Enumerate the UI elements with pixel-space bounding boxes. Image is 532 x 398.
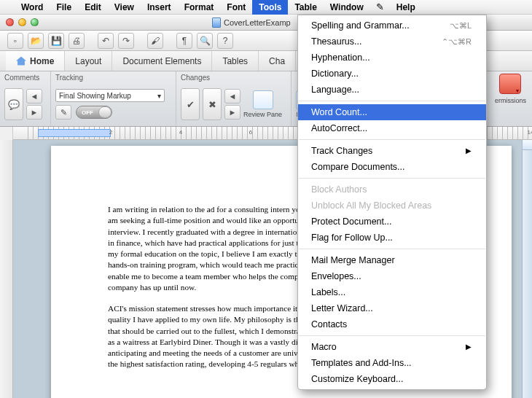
- next-comment-button[interactable]: ►: [26, 105, 42, 120]
- save-button[interactable]: 💾: [48, 33, 64, 49]
- tab-selector[interactable]: [0, 127, 13, 140]
- document-title: CoverLetterExamp: [224, 18, 291, 27]
- track-changes-switch[interactable]: OFF: [76, 106, 112, 119]
- menu-envelopes[interactable]: Envelopes...: [298, 268, 486, 284]
- text-input-menu-icon[interactable]: ✎: [370, 1, 390, 12]
- zoom-window-button[interactable]: [31, 18, 39, 26]
- home-icon: [16, 57, 26, 66]
- menu-protect-document[interactable]: Protect Document...: [298, 214, 486, 230]
- menu-block-authors: Block Authors: [298, 182, 486, 198]
- undo-button[interactable]: ↶: [98, 33, 114, 49]
- menu-contacts[interactable]: Contacts: [298, 316, 486, 332]
- prev-comment-button[interactable]: ◄: [26, 89, 42, 104]
- group-changes-label: Changes: [181, 74, 286, 82]
- new-doc-button[interactable]: ▫: [7, 33, 23, 49]
- prev-change-button[interactable]: ◄: [224, 89, 240, 104]
- tab-charts[interactable]: Cha: [259, 51, 296, 71]
- menu-unblock-areas: Unblock All My Blocked Areas: [298, 198, 486, 214]
- tools-menu: Spelling and Grammar...⌥⌘L Thesaurus...⌃…: [297, 15, 487, 390]
- menu-language[interactable]: Language...: [298, 82, 486, 98]
- print-button[interactable]: 🖨: [69, 33, 85, 49]
- mac-menubar: Word File Edit View Insert Format Font T…: [0, 0, 532, 15]
- menu-edit[interactable]: Edit: [78, 0, 108, 15]
- menu-word[interactable]: Word: [15, 0, 50, 15]
- menu-customize-keyboard[interactable]: Customize Keyboard...: [298, 371, 486, 387]
- menu-spelling-grammar[interactable]: Spelling and Grammar...⌥⌘L: [298, 17, 486, 34]
- format-painter-button[interactable]: 🖌: [147, 33, 163, 49]
- tracking-display-dropdown[interactable]: Final Showing Markup▾: [55, 89, 165, 102]
- accept-change-button[interactable]: ✔: [181, 88, 200, 120]
- tab-document-elements[interactable]: Document Elements: [112, 51, 212, 71]
- menu-word-count[interactable]: Word Count...: [298, 104, 486, 120]
- help-button[interactable]: ?: [217, 33, 233, 49]
- menu-autocorrect[interactable]: AutoCorrect...: [298, 120, 486, 136]
- menu-format[interactable]: Format: [178, 0, 221, 15]
- show-formatting-button[interactable]: ¶: [176, 33, 192, 49]
- menu-file[interactable]: File: [50, 0, 78, 15]
- next-change-button[interactable]: ►: [224, 105, 240, 120]
- close-window-button[interactable]: [6, 18, 14, 26]
- menu-help[interactable]: Help: [390, 0, 422, 15]
- menu-thesaurus[interactable]: Thesaurus...⌃⌥⌘R: [298, 34, 486, 50]
- permissions-button[interactable]: [499, 74, 521, 94]
- menu-compare-documents[interactable]: Compare Documents...: [298, 159, 486, 175]
- track-changes-toggle-icon[interactable]: ✎: [55, 105, 71, 120]
- tab-tables[interactable]: Tables: [212, 51, 259, 71]
- menu-labels[interactable]: Labels...: [298, 284, 486, 300]
- scroll-up-arrow[interactable]: [523, 140, 532, 150]
- menu-letter-wizard[interactable]: Letter Wizard...: [298, 300, 486, 316]
- vertical-scrollbar[interactable]: [522, 140, 532, 398]
- redo-button[interactable]: ↷: [118, 33, 134, 49]
- tab-home[interactable]: Home: [6, 51, 65, 71]
- zoom-button[interactable]: 🔍: [197, 33, 213, 49]
- menu-mail-merge[interactable]: Mail Merge Manager: [298, 252, 486, 268]
- new-comment-button[interactable]: 💬: [4, 88, 23, 120]
- tab-layout[interactable]: Layout: [65, 51, 112, 71]
- document-icon: [212, 17, 221, 28]
- menu-dictionary[interactable]: Dictionary...: [298, 66, 486, 82]
- menu-tools[interactable]: Tools: [252, 0, 288, 15]
- menu-track-changes[interactable]: Track Changes▶: [298, 143, 486, 159]
- menu-flag-followup[interactable]: Flag for Follow Up...: [298, 230, 486, 246]
- menu-font[interactable]: Font: [220, 0, 252, 15]
- menu-macro[interactable]: Macro▶: [298, 339, 486, 355]
- menu-insert[interactable]: Insert: [141, 0, 178, 15]
- open-button[interactable]: 📂: [28, 33, 44, 49]
- vertical-ruler[interactable]: [0, 140, 13, 398]
- menu-hyphenation[interactable]: Hyphenation...: [298, 50, 486, 66]
- menu-view[interactable]: View: [108, 0, 141, 15]
- menu-window[interactable]: Window: [324, 0, 370, 15]
- group-tracking-label: Tracking: [55, 74, 171, 82]
- permissions-label: ermissions: [495, 97, 526, 104]
- menu-table[interactable]: Table: [288, 0, 323, 15]
- menu-templates-addins[interactable]: Templates and Add-Ins...: [298, 355, 486, 371]
- minimize-window-button[interactable]: [18, 18, 26, 26]
- group-comments-label: Comments: [4, 74, 46, 82]
- review-pane-button[interactable]: [253, 90, 273, 109]
- reject-change-button[interactable]: ✖: [203, 88, 222, 120]
